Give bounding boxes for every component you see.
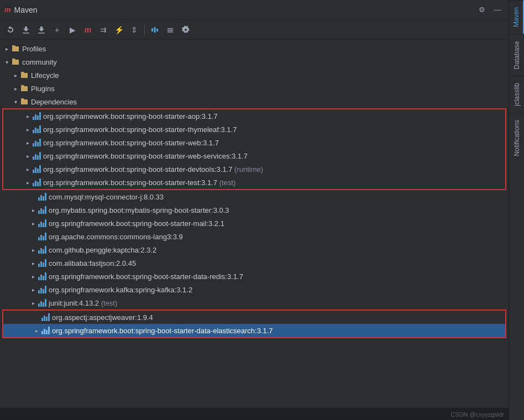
dep-arrow-14[interactable] bbox=[29, 298, 38, 307]
dep-icon-3 bbox=[32, 152, 41, 160]
skip-tests-button[interactable]: ⇕ bbox=[127, 23, 142, 37]
dependencies-icon bbox=[20, 97, 29, 106]
profiles-item[interactable]: Profiles bbox=[0, 42, 509, 55]
svg-rect-1 bbox=[154, 27, 156, 33]
sidebar-tab-jclasslib[interactable]: jclasslib bbox=[509, 76, 524, 113]
dependencies-label: Dependencies bbox=[31, 98, 77, 106]
dep-label-2: org.springframework.boot:spring-boot-sta… bbox=[43, 139, 219, 147]
dep-label-8: org.springframework.boot:spring-boot-sta… bbox=[49, 219, 224, 228]
dep-label-5: org.springframework.boot:spring-boot-sta… bbox=[43, 179, 235, 187]
dep-icon-8 bbox=[38, 219, 46, 227]
dep-label-10: com.github.penggle:kaptcha:2.3.2 bbox=[49, 246, 156, 254]
toolbar-sep-1 bbox=[144, 25, 145, 35]
dep-item-16[interactable]: org.springframework.boot:spring-boot-sta… bbox=[3, 324, 505, 337]
community-label: community bbox=[22, 58, 57, 66]
dep-item-14[interactable]: junit:junit:4.13.2 (test) bbox=[0, 296, 509, 309]
dep-label-14: junit:junit:4.13.2 (test) bbox=[49, 299, 117, 307]
dep-icon-9 bbox=[38, 233, 46, 240]
download-docs-button[interactable] bbox=[34, 23, 49, 37]
settings-button[interactable]: ⚙ bbox=[475, 3, 489, 17]
jclasslib-tab-label: jclasslib bbox=[513, 83, 521, 106]
database-tab-label: Database bbox=[513, 41, 521, 69]
execute-button[interactable]: ⚡ bbox=[112, 23, 126, 37]
dep-icon-11 bbox=[38, 259, 46, 267]
sidebar-tab-maven[interactable]: Maven bbox=[509, 0, 524, 34]
dep-arrow-16[interactable] bbox=[32, 326, 41, 335]
dep-arrow-1[interactable] bbox=[23, 125, 32, 134]
dep-label-15: org.aspectj:aspectjweaver:1.9.4 bbox=[52, 313, 153, 322]
dep-item-4[interactable]: org.springframework.boot:spring-boot-sta… bbox=[3, 162, 505, 176]
dep-item-2[interactable]: org.springframework.boot:spring-boot-sta… bbox=[3, 136, 505, 149]
right-sidebar: Maven Database jclasslib Notifications bbox=[509, 0, 524, 420]
profiles-arrow[interactable] bbox=[2, 44, 11, 53]
dep-label-1: org.springframework.boot:spring-boot-sta… bbox=[43, 125, 237, 134]
sidebar-tab-database[interactable]: Database bbox=[509, 34, 524, 76]
maven-button[interactable]: m bbox=[81, 23, 95, 37]
diagram-button[interactable] bbox=[148, 23, 162, 37]
dep-item-10[interactable]: com.github.penggle:kaptcha:2.3.2 bbox=[0, 243, 509, 256]
panel-title: Maven bbox=[14, 6, 38, 14]
community-icon bbox=[11, 57, 20, 66]
dep-arrow-10[interactable] bbox=[29, 245, 38, 254]
lifecycle-label: Lifecycle bbox=[31, 71, 59, 80]
collapse-button[interactable] bbox=[163, 23, 177, 37]
dependencies-arrow[interactable] bbox=[11, 97, 20, 106]
toggle-button[interactable]: ⇉ bbox=[96, 23, 111, 37]
dep-arrow-0[interactable] bbox=[23, 112, 32, 120]
add-button[interactable]: + bbox=[50, 23, 64, 37]
dep-item-11[interactable]: com.alibaba:fastjson:2.0.45 bbox=[0, 256, 509, 270]
dep-item-8[interactable]: org.springframework.boot:spring-boot-sta… bbox=[0, 217, 509, 230]
highlighted-group: org.springframework.boot:spring-boot-sta… bbox=[2, 108, 506, 190]
title-bar: m Maven ⚙ — bbox=[0, 0, 509, 20]
dep-item-9[interactable]: org.apache.commons:commons-lang3:3.9 bbox=[0, 230, 509, 243]
dep-item-6[interactable]: com.mysql:mysql-connector-j:8.0.33 bbox=[0, 190, 509, 203]
sidebar-tab-notifications[interactable]: Notifications bbox=[509, 113, 524, 162]
title-bar-left: m Maven bbox=[4, 6, 38, 14]
dep-arrow-5[interactable] bbox=[23, 178, 32, 187]
dep-icon-2 bbox=[32, 139, 41, 146]
dep-icon-1 bbox=[32, 125, 41, 133]
dep-arrow-11[interactable] bbox=[29, 259, 38, 267]
dep-item-5[interactable]: org.springframework.boot:spring-boot-sta… bbox=[3, 176, 505, 189]
dep-label-13: org.springframework.kafka:spring-kafka:3… bbox=[49, 286, 192, 294]
lifecycle-item[interactable]: Lifecycle bbox=[0, 69, 509, 82]
dep-item-12[interactable]: org.springframework.boot:spring-boot-sta… bbox=[0, 270, 509, 283]
dep-label-7: org.mybatis.spring.boot:mybatis-spring-b… bbox=[49, 206, 229, 214]
svg-rect-0 bbox=[151, 28, 153, 32]
dep-arrow-4[interactable] bbox=[23, 165, 32, 174]
dep-item-15[interactable]: org.aspectj:aspectjweaver:1.9.4 bbox=[3, 311, 505, 324]
dep-item-13[interactable]: org.springframework.kafka:spring-kafka:3… bbox=[0, 283, 509, 296]
dep-label-3: org.springframework.boot:spring-boot-sta… bbox=[43, 152, 248, 160]
dep-arrow-8[interactable] bbox=[29, 219, 38, 228]
dep-item-3[interactable]: org.springframework.boot:spring-boot-sta… bbox=[3, 149, 505, 162]
run-button[interactable]: ▶ bbox=[65, 23, 80, 37]
svg-rect-2 bbox=[156, 29, 158, 32]
maven-tab-label: Maven bbox=[512, 7, 520, 27]
minimize-button[interactable]: — bbox=[491, 3, 504, 17]
dep-icon-7 bbox=[38, 206, 46, 214]
tree-content: Profiles community Lifecycle bbox=[0, 40, 509, 408]
reload-button[interactable] bbox=[3, 23, 18, 37]
download-sources-button[interactable] bbox=[19, 23, 33, 37]
main-panel: m Maven ⚙ — + ▶ m ⇉ ⚡ ⇕ bbox=[0, 0, 509, 420]
dep-arrow-2[interactable] bbox=[23, 138, 32, 147]
dependencies-item[interactable]: Dependencies bbox=[0, 95, 509, 108]
lifecycle-arrow[interactable] bbox=[11, 71, 20, 80]
dep-item-7[interactable]: org.mybatis.spring.boot:mybatis-spring-b… bbox=[0, 203, 509, 217]
dep-arrow-7[interactable] bbox=[29, 206, 38, 214]
plugins-arrow[interactable] bbox=[11, 84, 20, 93]
bottom-highlighted-group: org.aspectj:aspectjweaver:1.9.4 org.spri… bbox=[2, 309, 506, 338]
plugins-item[interactable]: Plugins bbox=[0, 82, 509, 95]
dep-icon-13 bbox=[38, 286, 46, 293]
dep-icon-6 bbox=[38, 193, 46, 201]
watermark-text: CSDN @cxyyzgsldr bbox=[450, 411, 504, 418]
community-item[interactable]: community bbox=[0, 55, 509, 69]
dep-item-0[interactable]: org.springframework.boot:spring-boot-sta… bbox=[3, 109, 505, 123]
maven-settings-button[interactable] bbox=[179, 23, 193, 37]
dep-arrow-12[interactable] bbox=[29, 272, 38, 281]
dep-arrow-13[interactable] bbox=[29, 285, 38, 294]
dep-arrow-3[interactable] bbox=[23, 151, 32, 160]
community-arrow[interactable] bbox=[2, 57, 11, 66]
toolbar: + ▶ m ⇉ ⚡ ⇕ bbox=[0, 20, 509, 40]
dep-item-1[interactable]: org.springframework.boot:spring-boot-sta… bbox=[3, 123, 505, 136]
